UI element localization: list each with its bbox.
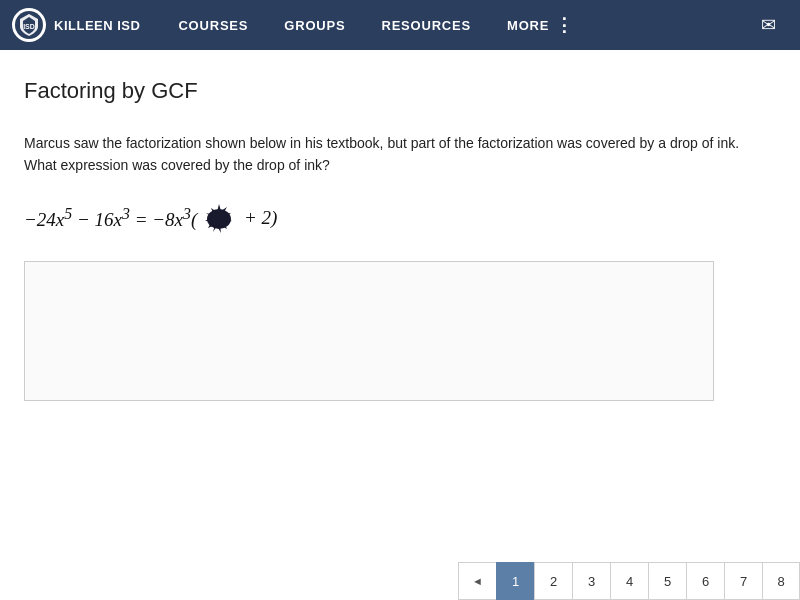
- equation-suffix: + 2): [239, 207, 277, 229]
- school-logo-icon: ISD: [14, 10, 44, 40]
- svg-text:ISD: ISD: [23, 23, 35, 30]
- content-wrapper: Factoring by GCF Marcus saw the factoriz…: [0, 50, 800, 600]
- nav-resources[interactable]: RESOURCES: [363, 0, 489, 50]
- envelope-icon[interactable]: ✉: [749, 14, 788, 36]
- brand-label: KILLEEN ISD: [54, 18, 140, 33]
- logo-circle: ISD: [12, 8, 46, 42]
- pagination-page-7[interactable]: 7: [724, 562, 762, 600]
- pagination-back[interactable]: ◄: [458, 562, 496, 600]
- nav-groups[interactable]: GROUPS: [266, 0, 363, 50]
- main-content: Factoring by GCF Marcus saw the factoriz…: [0, 50, 800, 401]
- nav-more[interactable]: MORE ⋮: [489, 0, 593, 50]
- pagination-page-3[interactable]: 3: [572, 562, 610, 600]
- page-title: Factoring by GCF: [24, 78, 776, 104]
- answer-input-box[interactable]: [24, 261, 714, 401]
- nav-courses[interactable]: COURSES: [160, 0, 266, 50]
- ink-blot-icon: [199, 199, 237, 237]
- logo-area: ISD KILLEEN ISD: [12, 8, 140, 42]
- nav-links: COURSES GROUPS RESOURCES MORE ⋮: [160, 0, 749, 50]
- pagination-bar: ◄ 1 2 3 4 5 6 7 8: [458, 562, 800, 600]
- problem-text: Marcus saw the factorization shown below…: [24, 132, 754, 177]
- equation-text: −24x5 − 16x3 = −8x3(: [24, 205, 197, 231]
- equation-display: −24x5 − 16x3 = −8x3( + 2): [24, 199, 776, 237]
- pagination-page-5[interactable]: 5: [648, 562, 686, 600]
- top-nav: ISD KILLEEN ISD COURSES GROUPS RESOURCES…: [0, 0, 800, 50]
- pagination-page-8[interactable]: 8: [762, 562, 800, 600]
- pagination-page-4[interactable]: 4: [610, 562, 648, 600]
- pagination-page-1[interactable]: 1: [496, 562, 534, 600]
- more-dots-icon: ⋮: [555, 14, 575, 36]
- pagination-page-6[interactable]: 6: [686, 562, 724, 600]
- pagination-page-2[interactable]: 2: [534, 562, 572, 600]
